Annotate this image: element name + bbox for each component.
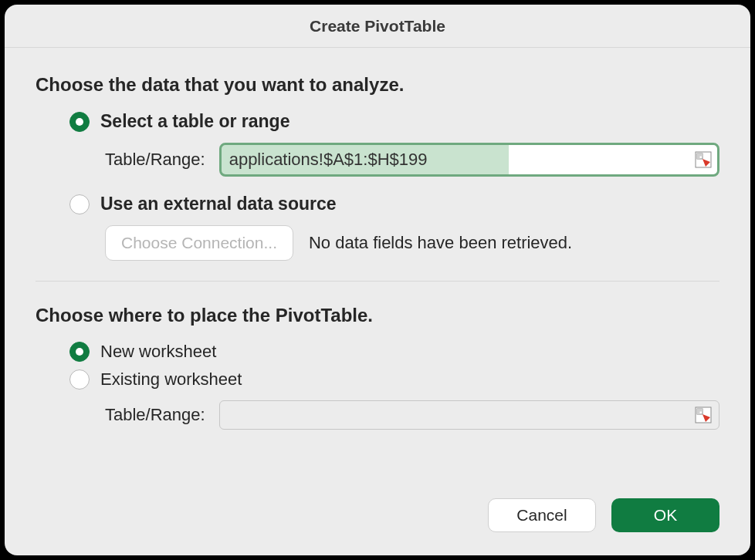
option-existing-worksheet[interactable]: Existing worksheet bbox=[69, 369, 719, 390]
placement-range-input-wrap bbox=[219, 400, 719, 430]
dialog-title: Create PivotTable bbox=[310, 17, 445, 35]
range-picker-icon[interactable] bbox=[695, 151, 712, 168]
dialog-titlebar: Create PivotTable bbox=[5, 5, 750, 48]
placement-heading: Choose where to place the PivotTable. bbox=[36, 305, 719, 326]
dialog-body: Choose the data that you want to analyze… bbox=[5, 48, 750, 487]
create-pivottable-dialog: Create PivotTable Choose the data that y… bbox=[5, 5, 750, 555]
range-picker-icon[interactable] bbox=[695, 407, 712, 423]
section-divider bbox=[36, 281, 719, 282]
radio-select-range[interactable] bbox=[69, 112, 90, 132]
dialog-footer: Cancel OK bbox=[5, 487, 750, 555]
option-external-source[interactable]: Use an external data source bbox=[69, 194, 719, 214]
source-range-input[interactable] bbox=[219, 143, 719, 177]
option-select-range[interactable]: Select a table or range bbox=[69, 111, 719, 132]
option-select-range-label: Select a table or range bbox=[100, 111, 289, 132]
option-new-worksheet-label: New worksheet bbox=[100, 342, 216, 362]
choose-connection-button: Choose Connection... bbox=[105, 225, 293, 261]
svg-rect-8 bbox=[697, 409, 703, 412]
option-external-source-label: Use an external data source bbox=[100, 194, 337, 214]
source-range-label: Table/Range: bbox=[105, 150, 205, 170]
no-fields-text: No data fields have been retrieved. bbox=[309, 233, 572, 253]
source-range-field-row: Table/Range: bbox=[105, 143, 719, 177]
placement-range-label: Table/Range: bbox=[105, 405, 205, 425]
radio-existing-worksheet[interactable] bbox=[69, 369, 90, 390]
ok-button[interactable]: OK bbox=[611, 498, 719, 532]
option-new-worksheet[interactable]: New worksheet bbox=[69, 342, 719, 362]
radio-new-worksheet[interactable] bbox=[69, 342, 90, 362]
option-existing-worksheet-label: Existing worksheet bbox=[100, 369, 242, 390]
choose-connection-row: Choose Connection... No data fields have… bbox=[105, 225, 719, 261]
svg-rect-3 bbox=[697, 153, 703, 157]
placement-range-field-row: Table/Range: bbox=[105, 400, 719, 430]
radio-external-source[interactable] bbox=[69, 194, 90, 214]
source-heading: Choose the data that you want to analyze… bbox=[36, 74, 719, 96]
source-range-input-wrap bbox=[219, 143, 719, 177]
cancel-button[interactable]: Cancel bbox=[488, 498, 596, 532]
placement-range-input bbox=[219, 400, 719, 430]
